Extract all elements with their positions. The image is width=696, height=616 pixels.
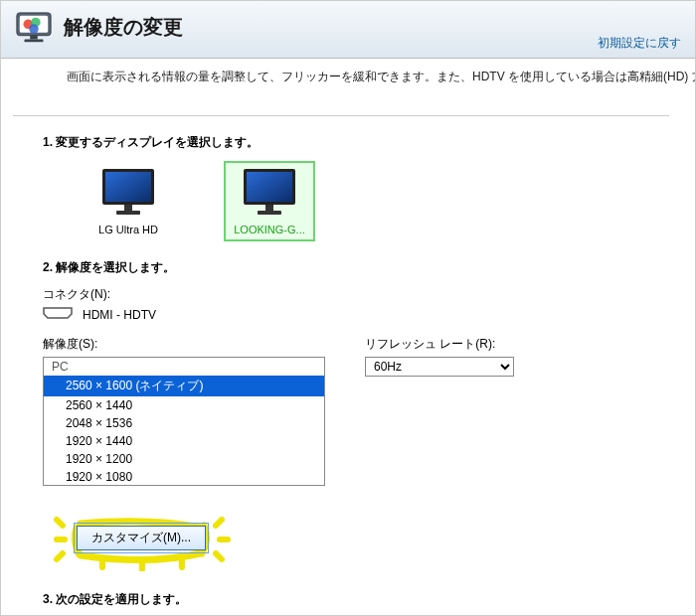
page-description: 画面に表示される情報の量を調整して、フリッカーを緩和できます。また、HDTV を… bbox=[1, 59, 695, 91]
reset-defaults-link[interactable]: 初期設定に戻す bbox=[598, 35, 681, 52]
display-label: LOOKING-G... bbox=[230, 224, 309, 235]
hdmi-icon bbox=[43, 307, 73, 322]
main-content: 1. 変更するディスプレイを選択します。 LG Ultra HD LOOKING… bbox=[1, 91, 695, 616]
resolution-option[interactable]: 2560 × 1440 bbox=[44, 396, 324, 414]
resolution-option[interactable]: 2048 × 1536 bbox=[44, 414, 324, 432]
resolution-option[interactable]: 1920 × 1080 bbox=[44, 468, 324, 486]
resolution-group-header: PC bbox=[44, 358, 324, 376]
page-header: 解像度の変更 初期設定に戻す bbox=[1, 1, 695, 59]
customize-button[interactable]: カスタマイズ(M)... bbox=[77, 526, 206, 550]
display-label: LG Ultra HD bbox=[88, 224, 168, 235]
svg-line-18 bbox=[216, 520, 222, 526]
section-1-title: 1. 変更するディスプレイを選択します。 bbox=[43, 134, 669, 151]
resolution-option[interactable]: 1920 × 1200 bbox=[44, 450, 324, 468]
monitor-icon bbox=[98, 167, 158, 219]
resolution-option[interactable]: 2560 × 1600 (ネイティブ) bbox=[44, 376, 324, 396]
resolution-label: 解像度(S): bbox=[43, 336, 325, 353]
connector-row: HDMI - HDTV bbox=[43, 307, 669, 322]
svg-line-15 bbox=[57, 520, 63, 526]
svg-rect-6 bbox=[24, 39, 43, 42]
resolution-listbox[interactable]: PC 2560 × 1600 (ネイティブ) 2560 × 1440 2048 … bbox=[43, 357, 325, 486]
svg-rect-12 bbox=[247, 172, 292, 202]
svg-line-20 bbox=[216, 553, 222, 559]
svg-rect-8 bbox=[105, 172, 151, 202]
monitor-icon bbox=[240, 167, 299, 219]
svg-line-17 bbox=[57, 553, 63, 559]
display-settings-icon bbox=[15, 11, 53, 43]
section-3-title: 3. 次の設定を適用します。 bbox=[43, 591, 669, 608]
separator bbox=[13, 115, 669, 116]
refresh-rate-label: リフレッシュ レート(R): bbox=[365, 336, 514, 353]
resolution-option[interactable]: 1920 × 1440 bbox=[44, 432, 324, 450]
svg-point-4 bbox=[29, 24, 38, 33]
svg-rect-9 bbox=[124, 205, 132, 211]
svg-rect-13 bbox=[265, 205, 273, 211]
connector-value: HDMI - HDTV bbox=[83, 308, 156, 322]
customize-highlight-area: カスタマイズ(M)... bbox=[53, 512, 242, 571]
display-option-1[interactable]: LOOKING-G... bbox=[224, 161, 315, 241]
section-2-title: 2. 解像度を選択します。 bbox=[43, 259, 669, 276]
svg-rect-10 bbox=[116, 211, 140, 215]
svg-rect-5 bbox=[30, 36, 38, 40]
refresh-rate-select[interactable]: 60Hz bbox=[365, 357, 514, 377]
display-option-0[interactable]: LG Ultra HD bbox=[83, 161, 174, 241]
display-selector: LG Ultra HD LOOKING-G... bbox=[83, 161, 669, 241]
page-title: 解像度の変更 bbox=[64, 14, 183, 41]
svg-rect-14 bbox=[258, 211, 281, 215]
connector-label: コネクタ(N): bbox=[43, 286, 669, 303]
